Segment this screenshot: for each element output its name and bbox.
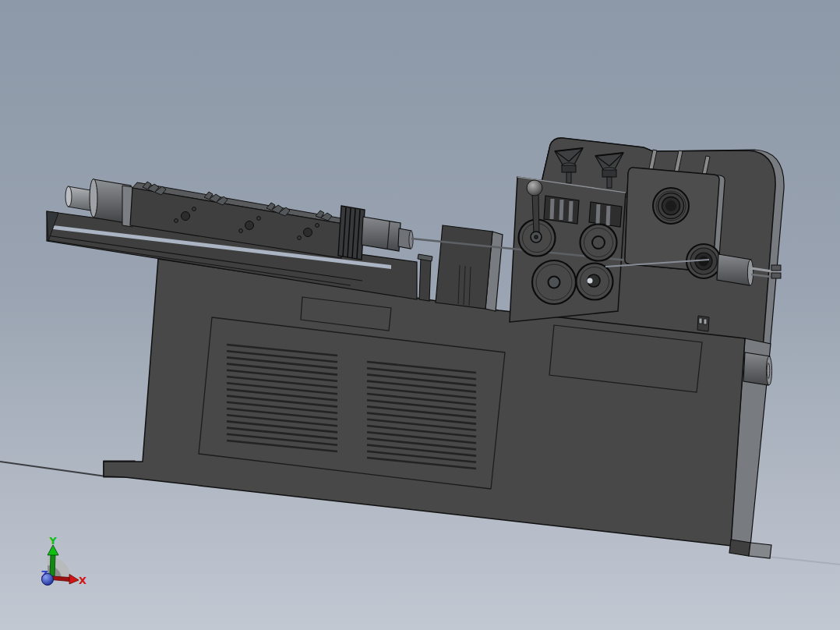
roller-hub [549,277,560,288]
x-axis-arrow-icon [69,575,79,585]
output-bearing-housing [362,217,401,251]
y-axis-shaft [50,554,55,576]
hub-highlight [588,278,593,284]
model-scene: Z Y X [0,0,840,630]
y-axis-label: Y [48,535,57,547]
tension-lever-arm [532,194,539,235]
side-knob-cylinder[interactable] [743,352,772,385]
floor-edge-line [0,462,106,476]
tension-lever-ball[interactable] [527,180,542,196]
orientation-triad: Z Y X [41,535,86,586]
main-bearing [653,188,689,224]
belt-pulley [338,206,365,260]
z-axis-sphere-icon [42,574,54,586]
support-post [418,254,432,301]
x-axis-shaft [51,576,69,582]
wire-straightening-machine [47,138,784,558]
roller-hub [592,236,605,249]
exit-guide-block [771,273,781,278]
lever-pivot-hole [534,235,538,239]
right-foot-front [729,540,750,556]
right-foot-side [749,543,771,558]
shadow-line [768,557,840,565]
x-axis-label: X [79,575,86,586]
housing-cap [90,179,97,218]
bushing-cap [409,231,413,249]
small-bracket [697,316,709,331]
output-roller [717,254,754,285]
cad-viewport[interactable]: Z Y X [0,0,840,630]
exit-guide-block [771,265,781,271]
shaft-end-cap [65,186,72,207]
pillar-block [436,225,503,311]
adjustment-slot [544,196,579,224]
